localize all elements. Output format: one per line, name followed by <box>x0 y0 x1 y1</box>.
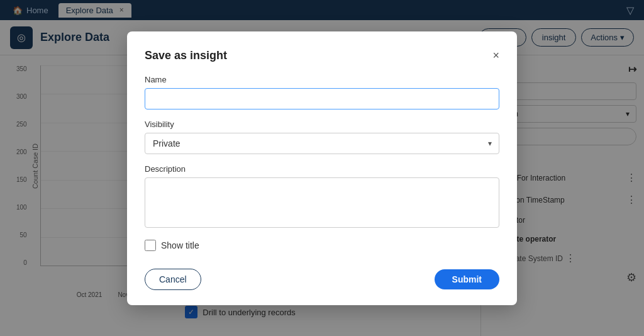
modal-footer: Cancel Submit <box>145 264 499 290</box>
name-input[interactable] <box>145 88 499 109</box>
modal-cancel-button[interactable]: Cancel <box>145 269 201 290</box>
modal-header: Save as insight × <box>145 49 499 62</box>
show-title-checkbox[interactable] <box>145 240 156 251</box>
name-label: Name <box>145 75 499 84</box>
save-insight-modal: Save as insight × Name Visibility Privat… <box>127 31 517 305</box>
modal-submit-button[interactable]: Submit <box>435 269 499 289</box>
name-field: Name <box>145 75 499 109</box>
show-title-label: Show title <box>161 240 199 250</box>
modal-overlay: Save as insight × Name Visibility Privat… <box>0 0 644 336</box>
modal-title: Save as insight <box>145 49 227 62</box>
visibility-field: Visibility Private Public ▾ <box>145 120 499 154</box>
visibility-label: Visibility <box>145 120 499 129</box>
visibility-select-wrapper: Private Public ▾ <box>145 133 499 154</box>
description-label: Description <box>145 164 499 174</box>
visibility-select[interactable]: Private Public <box>145 133 499 154</box>
modal-close-button[interactable]: × <box>492 49 499 62</box>
description-field: Description <box>145 164 499 230</box>
show-title-row: Show title <box>145 240 499 251</box>
description-input[interactable] <box>145 177 499 228</box>
